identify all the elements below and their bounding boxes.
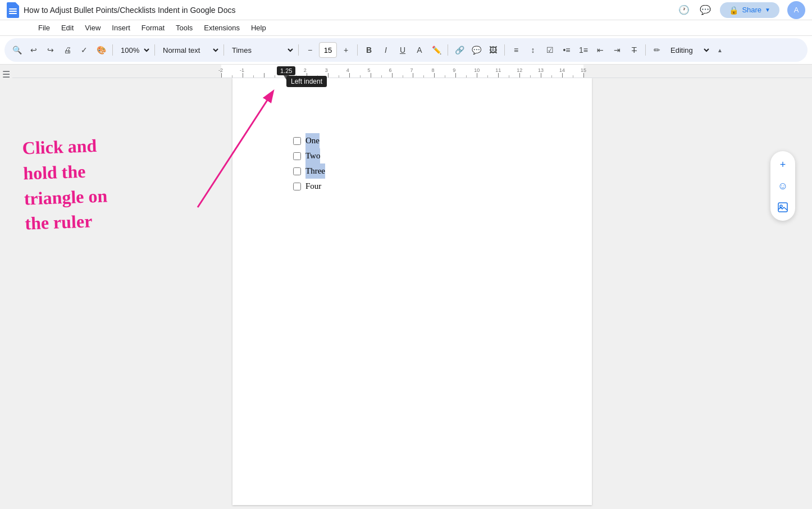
separator-6 xyxy=(448,44,448,56)
print-button[interactable]: 🖨 xyxy=(60,42,75,58)
checkbox-3[interactable] xyxy=(293,167,301,175)
emoji-button[interactable]: ☺ xyxy=(774,177,792,195)
document-page: One Two Three Four xyxy=(232,78,592,505)
link-button[interactable]: 🔗 xyxy=(451,42,467,58)
menu-tools[interactable]: Tools xyxy=(171,22,197,33)
separator-4 xyxy=(298,44,299,56)
checklist-area: One Two Three Four xyxy=(293,133,325,194)
checklist-item-1: One xyxy=(293,133,325,148)
align-button[interactable]: ≡ xyxy=(508,42,524,58)
history-icon[interactable]: 🕐 xyxy=(677,3,691,17)
toolbar-collapse-button[interactable]: ▲ xyxy=(712,42,728,58)
menu-help[interactable]: Help xyxy=(247,22,271,33)
highlight-button[interactable]: ✏️ xyxy=(428,42,444,58)
comment-button[interactable]: 💬 xyxy=(468,42,484,58)
toolbar: 🔍 ↩ ↪ 🖨 ✓ 🎨 100% Normal text Times − + B… xyxy=(4,38,808,62)
increase-indent-button[interactable]: ⇥ xyxy=(609,42,625,58)
chat-icon[interactable]: 💬 xyxy=(699,3,712,17)
clear-format-button[interactable]: T̶ xyxy=(626,42,642,58)
main-area: ☰ -2-1123456789101112131415 1.25 Left in… xyxy=(0,65,812,509)
style-select[interactable]: Normal text xyxy=(158,42,220,58)
bold-button[interactable]: B xyxy=(361,42,377,58)
share-button[interactable]: 🔒 Share ▼ xyxy=(720,2,779,18)
checklist-text-4: Four xyxy=(305,179,321,194)
separator-8 xyxy=(645,44,646,56)
left-sidebar: ☰ xyxy=(0,65,12,509)
italic-button[interactable]: I xyxy=(378,42,394,58)
checklist-button[interactable]: ☑ xyxy=(542,42,558,58)
text-color-button[interactable]: A xyxy=(412,42,427,58)
checklist-text-1: One xyxy=(305,133,320,148)
menu-file[interactable]: File xyxy=(34,22,54,33)
underline-button[interactable]: U xyxy=(395,42,410,58)
font-select[interactable]: Times xyxy=(227,42,295,58)
decrease-indent-button[interactable]: ⇤ xyxy=(592,42,608,58)
suggestions-button[interactable]: ✏ xyxy=(649,42,665,58)
search-button[interactable]: 🔍 xyxy=(9,42,25,58)
font-size-input[interactable] xyxy=(319,42,337,58)
paintformat-button[interactable]: 🎨 xyxy=(93,42,109,58)
zoom-select[interactable]: 100% xyxy=(116,42,151,58)
checklist-text-2: Two xyxy=(305,148,320,163)
float-panel: + ☺ xyxy=(770,151,795,221)
menu-insert[interactable]: Insert xyxy=(107,22,135,33)
outline-icon[interactable]: ☰ xyxy=(2,69,10,80)
checklist-item-4: Four xyxy=(293,179,325,194)
redo-button[interactable]: ↪ xyxy=(43,42,58,58)
indent-value-tooltip: 1.25 xyxy=(277,66,295,75)
checklist-item-3: Three xyxy=(293,163,325,179)
numbered-list-button[interactable]: 1≡ xyxy=(576,42,591,58)
menu-edit[interactable]: Edit xyxy=(57,22,78,33)
separator-1 xyxy=(112,44,113,56)
image-insert-button[interactable] xyxy=(774,198,792,216)
left-indent-tooltip: Left indent xyxy=(286,76,327,87)
editing-select[interactable]: Editing xyxy=(666,42,711,58)
line-spacing-button[interactable]: ↕ xyxy=(525,42,541,58)
add-content-button[interactable]: + xyxy=(774,156,792,174)
separator-7 xyxy=(504,44,505,56)
menu-extensions[interactable]: Extensions xyxy=(199,22,244,33)
font-size-increase[interactable]: + xyxy=(338,42,354,58)
document-title: How to Adjust Bullet Points/Checklists I… xyxy=(24,6,673,15)
spellcheck-button[interactable]: ✓ xyxy=(76,42,92,58)
checklist-item-2: Two xyxy=(293,148,325,163)
annotation-text: Click and hold the triangle on the ruler xyxy=(22,133,109,236)
checklist-text-3: Three xyxy=(305,163,325,179)
ruler-wrapper: -2-1123456789101112131415 1.25 Left inde… xyxy=(12,65,812,509)
title-icons: 🕐 💬 🔒 Share ▼ A xyxy=(677,1,805,19)
bullet-list-button[interactable]: •≡ xyxy=(559,42,574,58)
doc-icon xyxy=(7,2,19,18)
image-button[interactable]: 🖼 xyxy=(485,42,501,58)
menu-bar: File Edit View Insert Format Tools Exten… xyxy=(0,20,812,36)
menu-view[interactable]: View xyxy=(80,22,105,33)
checkbox-4[interactable] xyxy=(293,183,301,190)
checkbox-1[interactable] xyxy=(293,137,301,145)
menu-format[interactable]: Format xyxy=(137,22,169,33)
content-wrapper: One Two Three Four xyxy=(12,78,812,509)
separator-2 xyxy=(154,44,155,56)
svg-rect-2 xyxy=(778,203,787,212)
title-bar: How to Adjust Bullet Points/Checklists I… xyxy=(0,0,812,20)
svg-point-3 xyxy=(780,205,782,207)
ruler[interactable]: -2-1123456789101112131415 1.25 Left inde… xyxy=(12,65,812,78)
font-size-decrease[interactable]: − xyxy=(302,42,318,58)
checkbox-2[interactable] xyxy=(293,152,301,160)
ruler-inner: -2-1123456789101112131415 xyxy=(221,65,583,78)
avatar[interactable]: A xyxy=(787,1,805,19)
separator-3 xyxy=(223,44,224,56)
separator-5 xyxy=(357,44,358,56)
undo-button[interactable]: ↩ xyxy=(26,42,42,58)
